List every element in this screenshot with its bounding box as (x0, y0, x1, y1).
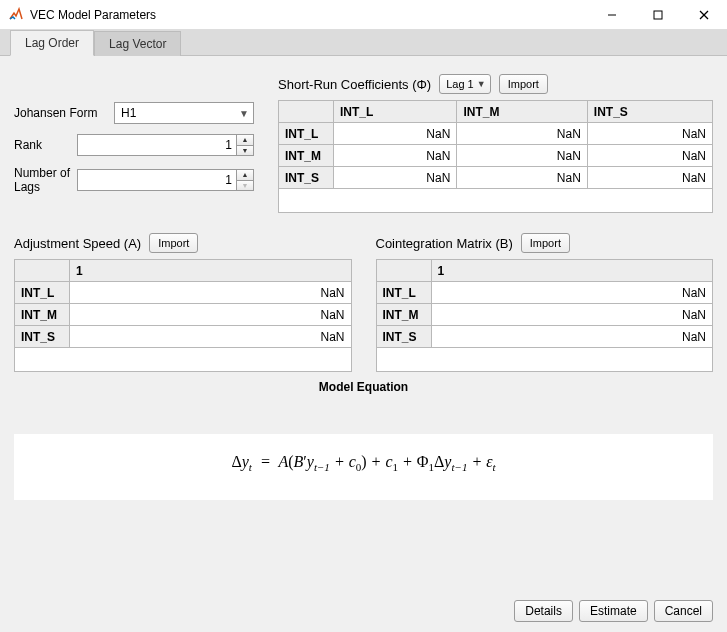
cell[interactable]: NaN (431, 304, 713, 326)
window-title: VEC Model Parameters (30, 8, 156, 22)
maximize-button[interactable] (635, 0, 681, 30)
cell[interactable]: NaN (334, 145, 457, 167)
numlags-spin-down: ▼ (237, 180, 253, 191)
details-button[interactable]: Details (514, 600, 573, 622)
row-header: INT_M (279, 145, 334, 167)
params-form: Johansen Form H1 ▼ Rank ▲ ▼ Number of La… (14, 74, 254, 213)
adjustment-import-button[interactable]: Import (149, 233, 198, 253)
cell[interactable]: NaN (587, 123, 712, 145)
row-header: INT_M (15, 304, 70, 326)
table-empty-row (279, 189, 713, 213)
close-button[interactable] (681, 0, 727, 30)
cell[interactable]: NaN (431, 282, 713, 304)
row-header: INT_S (279, 167, 334, 189)
rank-label: Rank (14, 138, 77, 152)
row-header: INT_M (376, 304, 431, 326)
table-empty-row (376, 348, 713, 372)
rank-input[interactable] (77, 134, 236, 156)
row-header: INT_L (15, 282, 70, 304)
main-panel: Johansen Form H1 ▼ Rank ▲ ▼ Number of La… (0, 56, 727, 632)
col-header: 1 (70, 260, 352, 282)
estimate-button[interactable]: Estimate (579, 600, 648, 622)
cell[interactable]: NaN (431, 326, 713, 348)
tab-lag-vector[interactable]: Lag Vector (94, 31, 181, 56)
shortrun-title: Short-Run Coefficients (Φ) (278, 77, 431, 92)
rank-spin-down[interactable]: ▼ (237, 145, 253, 156)
johansen-form-value: H1 (121, 106, 136, 120)
matlab-logo-icon (8, 7, 24, 23)
tab-strip: Lag Order Lag Vector (0, 30, 727, 56)
adjustment-table: 1 INT_L NaN INT_M NaN INT_S NaN (14, 259, 352, 372)
table-row: INT_L NaN (376, 282, 713, 304)
numlags-spin-up[interactable]: ▲ (237, 170, 253, 180)
cancel-button[interactable]: Cancel (654, 600, 713, 622)
rank-spin-up[interactable]: ▲ (237, 135, 253, 145)
table-corner (279, 101, 334, 123)
chevron-down-icon: ▼ (239, 108, 249, 119)
shortrun-table: INT_L INT_M INT_S INT_L NaN NaN NaN INT_… (278, 100, 713, 213)
model-equation: Δyt = A(B′yt−1 + c0) + c1 + Φ1Δyt−1 + εt (15, 435, 712, 479)
row-header: INT_S (15, 326, 70, 348)
svg-rect-1 (654, 11, 662, 19)
cell[interactable]: NaN (457, 123, 587, 145)
table-row: INT_S NaN (376, 326, 713, 348)
cell[interactable]: NaN (457, 145, 587, 167)
table-corner (15, 260, 70, 282)
shortrun-block: Short-Run Coefficients (Φ) Lag 1 ▼ Impor… (278, 74, 713, 213)
titlebar: VEC Model Parameters (0, 0, 727, 30)
footer-buttons: Details Estimate Cancel (514, 600, 713, 622)
cell[interactable]: NaN (334, 123, 457, 145)
cell[interactable]: NaN (334, 167, 457, 189)
table-row: INT_L NaN (15, 282, 352, 304)
table-row: INT_M NaN (376, 304, 713, 326)
table-row: INT_L NaN NaN NaN (279, 123, 713, 145)
chevron-down-icon: ▼ (477, 79, 486, 89)
table-row: INT_S NaN NaN NaN (279, 167, 713, 189)
table-row: INT_M NaN (15, 304, 352, 326)
cell[interactable]: NaN (587, 145, 712, 167)
cell[interactable]: NaN (70, 304, 352, 326)
cell[interactable]: NaN (457, 167, 587, 189)
table-empty-row (15, 348, 352, 372)
coint-import-button[interactable]: Import (521, 233, 570, 253)
cell[interactable]: NaN (70, 326, 352, 348)
equation-title: Model Equation (14, 372, 713, 412)
numlags-input[interactable] (77, 169, 236, 191)
adjustment-title: Adjustment Speed (A) (14, 236, 141, 251)
tab-lag-order[interactable]: Lag Order (10, 30, 94, 56)
row-header: INT_L (376, 282, 431, 304)
equation-section: Model Equation Δyt = A(B′yt−1 + c0) + c1… (14, 372, 713, 500)
row-header: INT_S (376, 326, 431, 348)
johansen-form-dropdown[interactable]: H1 ▼ (114, 102, 254, 124)
col-header: INT_L (334, 101, 457, 123)
minimize-button[interactable] (589, 0, 635, 30)
johansen-form-label: Johansen Form (14, 106, 114, 120)
coint-table: 1 INT_L NaN INT_M NaN INT_S NaN (376, 259, 714, 372)
col-header: 1 (431, 260, 713, 282)
col-header: INT_M (457, 101, 587, 123)
col-header: INT_S (587, 101, 712, 123)
numlags-label: Number of Lags (14, 166, 77, 194)
lag-selector-dropdown[interactable]: Lag 1 ▼ (439, 74, 491, 94)
cell[interactable]: NaN (587, 167, 712, 189)
table-corner (376, 260, 431, 282)
coint-title: Cointegration Matrix (B) (376, 236, 513, 251)
coint-block: Cointegration Matrix (B) Import 1 INT_L … (376, 233, 714, 372)
lag-selector-value: Lag 1 (446, 78, 474, 90)
row-header: INT_L (279, 123, 334, 145)
adjustment-block: Adjustment Speed (A) Import 1 INT_L NaN … (14, 233, 352, 372)
shortrun-import-button[interactable]: Import (499, 74, 548, 94)
table-row: INT_S NaN (15, 326, 352, 348)
cell[interactable]: NaN (70, 282, 352, 304)
table-row: INT_M NaN NaN NaN (279, 145, 713, 167)
